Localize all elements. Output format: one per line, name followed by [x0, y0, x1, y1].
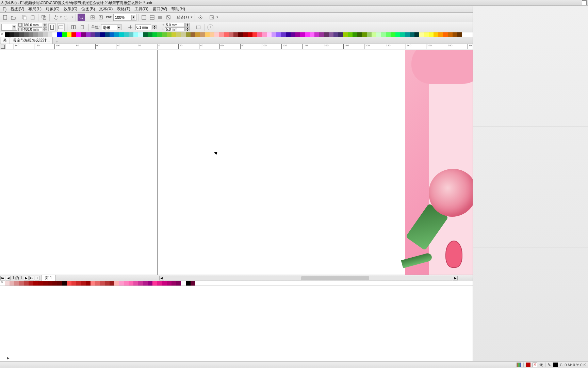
next-page-button[interactable]: ▶: [24, 276, 29, 280]
color-swatch[interactable]: [48, 281, 52, 286]
color-swatch[interactable]: [10, 32, 14, 37]
color-swatch[interactable]: [0, 32, 5, 37]
color-swatch[interactable]: [124, 32, 129, 37]
color-swatch[interactable]: [114, 281, 119, 286]
pen-icon[interactable]: ✎: [548, 363, 551, 367]
show-guides-icon[interactable]: [157, 14, 164, 21]
dup-x-spinners[interactable]: ▲▼: [185, 23, 190, 27]
color-swatch[interactable]: [219, 32, 224, 37]
width-spinners[interactable]: ▲▼: [43, 23, 47, 27]
docker-block-2[interactable]: [473, 126, 588, 247]
color-swatch[interactable]: [14, 32, 19, 37]
color-swatch[interactable]: [172, 281, 176, 286]
color-swatch[interactable]: [100, 281, 105, 286]
color-swatch[interactable]: [143, 32, 148, 37]
color-swatch[interactable]: [286, 32, 291, 37]
color-swatch[interactable]: [353, 32, 357, 37]
fill-bucket-icon[interactable]: [526, 363, 530, 367]
color-swatch[interactable]: [52, 281, 57, 286]
menu-view[interactable]: 视图(V): [9, 6, 26, 12]
color-swatch[interactable]: [119, 32, 124, 37]
color-swatch[interactable]: [419, 32, 424, 37]
nudge-spinners[interactable]: ▲▼: [152, 25, 157, 29]
color-swatch[interactable]: [348, 32, 353, 37]
color-swatch[interactable]: [110, 281, 114, 286]
color-swatch[interactable]: [67, 281, 71, 286]
options-icon[interactable]: [197, 14, 204, 21]
color-swatch[interactable]: [314, 32, 319, 37]
color-swatch[interactable]: [257, 32, 262, 37]
color-swatch[interactable]: [324, 32, 329, 37]
color-swatch[interactable]: [133, 281, 138, 286]
color-swatch[interactable]: [167, 32, 172, 37]
color-swatch[interactable]: [186, 32, 191, 37]
color-swatch[interactable]: [162, 281, 167, 286]
color-swatch[interactable]: [229, 32, 233, 37]
color-swatch[interactable]: [386, 32, 391, 37]
menu-bitmap[interactable]: 位图(B): [79, 6, 97, 12]
launch-icon[interactable]: [208, 14, 215, 21]
color-swatch[interactable]: [124, 281, 129, 286]
dup-x-input[interactable]: 5.0 mm: [165, 23, 185, 27]
fullscreen-icon[interactable]: [140, 14, 148, 21]
color-swatch[interactable]: [424, 32, 429, 37]
color-swatch[interactable]: [43, 281, 48, 286]
color-swatch[interactable]: [191, 32, 195, 37]
nudge-input[interactable]: 0.1 mm: [135, 24, 151, 30]
color-swatch[interactable]: [281, 32, 286, 37]
color-swatch[interactable]: [176, 281, 181, 286]
color-swatch[interactable]: [181, 32, 186, 37]
color-swatch[interactable]: [252, 32, 257, 37]
color-palette-bottom[interactable]: [0, 281, 473, 286]
color-swatch[interactable]: [19, 32, 24, 37]
page-tab-1[interactable]: 页 1: [41, 275, 55, 281]
color-swatch[interactable]: [291, 32, 295, 37]
dup-y-input[interactable]: 5.0 mm: [165, 27, 185, 31]
color-swatch[interactable]: [57, 32, 62, 37]
add-preset-button[interactable]: +: [207, 24, 213, 30]
color-swatch[interactable]: [76, 281, 81, 286]
docker-block-3[interactable]: [473, 247, 588, 368]
unit-dropdown-icon[interactable]: ▼: [117, 25, 121, 30]
color-swatch[interactable]: [14, 281, 19, 286]
color-swatch[interactable]: [262, 32, 267, 37]
color-swatch[interactable]: [133, 32, 138, 37]
docker-panel[interactable]: [473, 6, 588, 368]
page-size-combo[interactable]: ▼: [1, 24, 17, 31]
export-icon[interactable]: [97, 14, 104, 21]
zoom-combo[interactable]: 100% ▼: [113, 14, 136, 21]
show-rulers-icon[interactable]: [165, 14, 172, 21]
no-fill-icon[interactable]: [533, 363, 537, 367]
color-swatch[interactable]: [172, 32, 176, 37]
color-swatch[interactable]: [400, 32, 405, 37]
add-tab-button[interactable]: +: [54, 40, 60, 44]
color-swatch[interactable]: [19, 281, 24, 286]
dup-y-spinners[interactable]: ▲▼: [185, 27, 190, 31]
open-icon[interactable]: [10, 14, 17, 21]
color-swatch[interactable]: [181, 281, 186, 286]
scroll-track[interactable]: [165, 276, 452, 280]
color-swatch[interactable]: [152, 32, 157, 37]
color-swatch[interactable]: [443, 32, 448, 37]
color-swatch[interactable]: [295, 32, 300, 37]
outline-color-swatch[interactable]: [553, 363, 558, 367]
color-swatch[interactable]: [148, 281, 152, 286]
search-icon[interactable]: [78, 14, 85, 21]
copy-icon[interactable]: [21, 14, 28, 21]
color-swatch[interactable]: [114, 32, 119, 37]
color-swatch[interactable]: [143, 281, 148, 286]
color-swatch[interactable]: [372, 32, 376, 37]
color-swatch[interactable]: [81, 281, 86, 286]
color-swatch[interactable]: [110, 32, 114, 37]
snap-dropdown-icon[interactable]: ▼: [190, 16, 193, 19]
new-icon[interactable]: [1, 14, 9, 21]
color-swatch[interactable]: [24, 281, 29, 286]
height-spinners[interactable]: ▲▼: [43, 27, 47, 31]
horizontal-scrollbar[interactable]: ◀ ▶: [69, 276, 473, 280]
color-swatch[interactable]: [267, 32, 272, 37]
menu-layout[interactable]: 布局(L): [26, 6, 44, 12]
portrait-button[interactable]: [48, 24, 56, 31]
page-height-input[interactable]: 480.0 mm: [22, 27, 42, 31]
color-swatch[interactable]: [138, 32, 143, 37]
color-swatch[interactable]: [333, 32, 338, 37]
